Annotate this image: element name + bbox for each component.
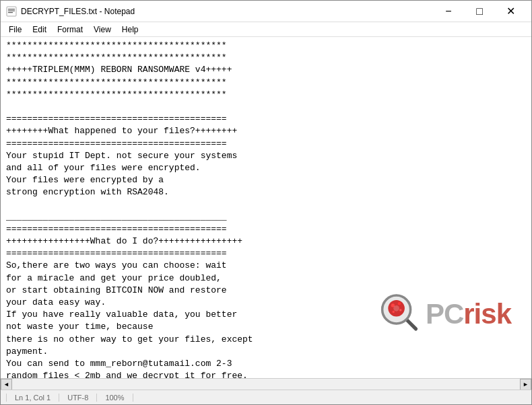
svg-rect-3 — [8, 12, 13, 13]
window-controls: − □ ✕ — [433, 1, 526, 22]
minimize-button[interactable]: − — [433, 1, 464, 22]
app-icon — [6, 6, 17, 17]
status-bar: Ln 1, Col 1 UTF-8 100% — [1, 390, 531, 404]
notepad-window: DECRYPT_FILES.txt - Notepad − □ ✕ File E… — [0, 0, 532, 405]
text-editor[interactable]: ****************************************… — [1, 37, 531, 378]
menu-format[interactable]: Format — [52, 24, 88, 36]
zoom-level: 100% — [97, 394, 133, 402]
menu-bar: File Edit Format View Help — [1, 22, 531, 37]
maximize-button[interactable]: □ — [464, 1, 495, 22]
svg-rect-2 — [8, 10, 15, 11]
menu-file[interactable]: File — [3, 24, 27, 36]
encoding: UTF-8 — [59, 394, 97, 402]
menu-edit[interactable]: Edit — [27, 24, 52, 36]
menu-help[interactable]: Help — [117, 24, 144, 36]
content-area: ****************************************… — [1, 37, 531, 378]
scroll-right-button[interactable]: ▶ — [520, 379, 531, 390]
cursor-position: Ln 1, Col 1 — [6, 394, 59, 402]
menu-view[interactable]: View — [88, 24, 117, 36]
window-title: DECRYPT_FILES.txt - Notepad — [21, 7, 433, 16]
horizontal-scrollbar[interactable]: ◀ ▶ — [1, 378, 531, 390]
scroll-left-button[interactable]: ◀ — [1, 379, 12, 390]
title-bar: DECRYPT_FILES.txt - Notepad − □ ✕ — [1, 1, 531, 22]
svg-rect-1 — [8, 9, 15, 9]
close-button[interactable]: ✕ — [495, 1, 526, 22]
svg-rect-0 — [7, 7, 16, 16]
